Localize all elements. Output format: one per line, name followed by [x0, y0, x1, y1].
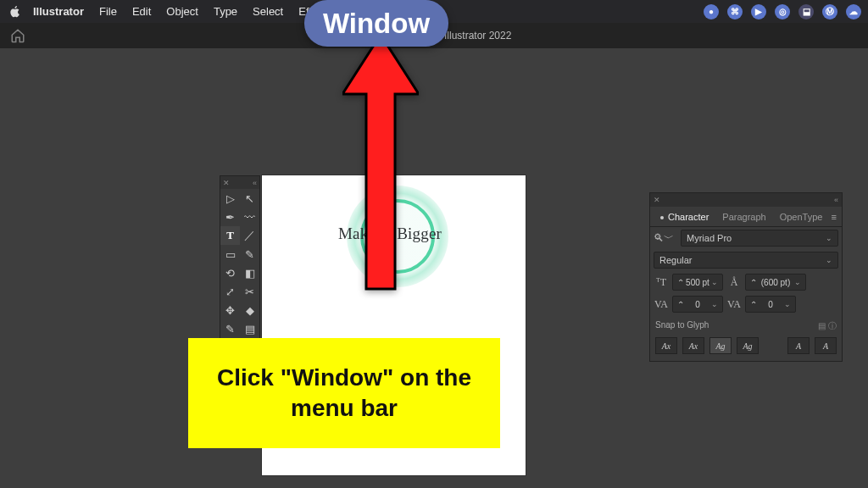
tool-brush[interactable]: ✎	[240, 245, 259, 263]
tool-eyedrop[interactable]: ✎	[220, 319, 240, 338]
snap-btn[interactable]: Ag	[709, 337, 732, 354]
leading-input[interactable]: ⌃(600 pt)⌄	[745, 274, 806, 291]
tool-grad[interactable]: ▤	[240, 319, 259, 338]
snap-row: Ax Ax Ag Ag A A	[650, 334, 842, 361]
tool-scale[interactable]: ⤢	[220, 282, 240, 301]
status-icon[interactable]: ⬓	[798, 4, 814, 19]
leading-icon: Å	[726, 276, 742, 289]
font-size-icon: ᵀT	[654, 276, 669, 289]
kerning-icon: VA	[654, 298, 669, 311]
character-panel: ✕« Character Paragraph OpenType ≡ 🔍︎﹀ My…	[649, 192, 843, 362]
apple-logo-icon	[8, 5, 21, 18]
snap-btn[interactable]: A	[815, 337, 837, 354]
tracking-input[interactable]: ⌃0⌄	[745, 296, 796, 313]
callout-arrow-icon	[342, 35, 419, 306]
tool-pen[interactable]: ✒	[220, 208, 240, 226]
font-weight-select[interactable]: Regular⌄	[654, 252, 838, 269]
tool-direct[interactable]: ↖	[240, 189, 259, 208]
status-icon[interactable]: ☁	[846, 4, 861, 19]
callout-window-pill: Window	[304, 0, 448, 47]
tool-eraser[interactable]: ◧	[240, 263, 259, 282]
tool-type[interactable]: T	[220, 226, 240, 245]
callout-box: Click "Window" on the menu bar	[188, 338, 500, 448]
status-icon[interactable]: ●	[704, 4, 719, 19]
app-name[interactable]: Illustrator	[33, 5, 84, 18]
tab-opentype[interactable]: OpenType	[773, 207, 830, 227]
menubar-status: ● ⌘ ▶ ◎ ⬓ Ⓜ ☁	[704, 0, 861, 23]
svg-marker-0	[342, 35, 419, 289]
status-icon[interactable]: ◎	[775, 4, 790, 19]
tool-shape[interactable]: ◆	[240, 301, 259, 319]
home-icon[interactable]	[10, 28, 25, 43]
font-family-select[interactable]: Myriad Pro⌄	[681, 230, 838, 247]
kerning-input[interactable]: ⌃0⌄	[672, 296, 723, 313]
toolbox-head[interactable]: ✕«	[220, 176, 259, 189]
panel-head[interactable]: ✕«	[650, 193, 842, 207]
tool-free[interactable]: ✥	[220, 301, 240, 319]
tool-curve[interactable]: 〰	[240, 208, 259, 226]
tool-rect[interactable]: ▭	[220, 245, 240, 263]
callout-text: Click "Window" on the menu bar	[207, 363, 481, 424]
tool-selection[interactable]: ▷	[220, 189, 240, 208]
snap-btn[interactable]: A	[787, 337, 810, 354]
status-icon[interactable]: ▶	[751, 4, 766, 19]
menu-object[interactable]: Object	[166, 5, 198, 18]
tool-rotate[interactable]: ⟲	[220, 263, 240, 282]
tool-line[interactable]: ／	[240, 226, 259, 245]
font-size-input[interactable]: ⌃500 pt⌄	[672, 274, 723, 291]
tab-character[interactable]: Character	[654, 207, 715, 227]
search-icon[interactable]: 🔍︎﹀	[654, 231, 674, 246]
tab-paragraph[interactable]: Paragraph	[715, 207, 772, 227]
snap-title: Snap to Glyph	[655, 320, 709, 332]
menu-edit[interactable]: Edit	[132, 5, 151, 18]
tool-width[interactable]: ✂	[240, 282, 259, 301]
snap-btn[interactable]: Ag	[737, 337, 759, 354]
snap-right-icons[interactable]: ▤ ⓘ	[818, 320, 837, 332]
panel-menu-icon[interactable]: ≡	[832, 212, 837, 222]
snap-btn[interactable]: Ax	[655, 337, 677, 354]
snap-btn[interactable]: Ax	[682, 337, 704, 354]
tracking-icon: VA	[726, 298, 742, 311]
menu-file[interactable]: File	[99, 5, 117, 18]
menu-type[interactable]: Type	[214, 5, 237, 18]
menu-select[interactable]: Select	[253, 5, 283, 18]
status-icon[interactable]: Ⓜ	[822, 4, 837, 19]
status-icon[interactable]: ⌘	[727, 4, 743, 19]
